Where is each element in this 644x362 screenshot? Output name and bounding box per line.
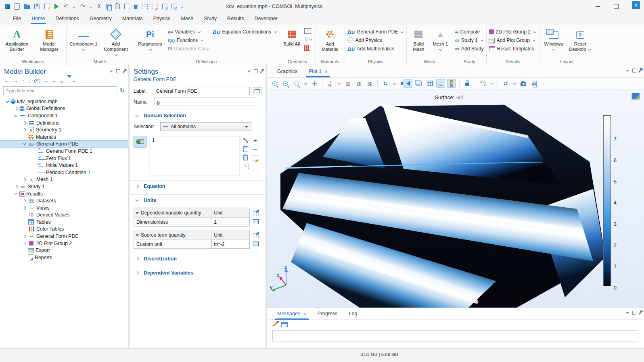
tab-messages[interactable]: Messages × [272,308,311,319]
delete-icon[interactable] [134,4,138,9]
help-button[interactable]: ? [632,1,640,9]
find-icon[interactable] [162,4,167,9]
add-mathematics-button[interactable]: Δu Add Mathematics [347,45,404,52]
add-material-button[interactable]: Add Material [318,27,342,52]
active-toggle-button[interactable] [134,136,146,148]
find-replace-icon[interactable] [171,4,176,9]
zoom-box-icon[interactable] [293,79,301,87]
tree-chevron[interactable] [21,207,28,209]
zoom-to-selection-icon[interactable] [243,164,249,169]
tree-chevron[interactable] [21,179,28,181]
copy-icon[interactable] [106,4,111,9]
reset-desktop-button[interactable]: ↻ Reset Desktop [569,27,592,52]
tree-item[interactable]: General Form PDE [0,141,128,148]
ribbon-tab[interactable]: Mesh [176,14,199,24]
tree-item[interactable]: Initial Values 1 [0,162,128,169]
new-file-icon[interactable] [15,3,20,10]
tree-filter-input[interactable] [3,86,117,95]
chevron-down-icon[interactable] [393,82,396,85]
partition-icon[interactable] [304,45,310,51]
messages-output[interactable] [272,330,638,341]
tab-log[interactable]: Log [344,308,362,319]
add-to-selection-icon[interactable]: + [252,137,258,143]
tree-item[interactable]: Export [0,247,128,254]
label-input[interactable] [154,87,250,95]
add-component-button[interactable]: Add Component [101,27,130,57]
panel-menu-icon[interactable] [626,70,629,72]
plot-thumbnail-icon[interactable] [631,93,640,100]
clear-messages-icon[interactable] [272,322,277,327]
tab-close-icon[interactable]: × [303,311,306,317]
tree-item[interactable]: Definitions [0,119,128,127]
section-domain-selection[interactable]: Domain Selection [130,110,266,121]
run-icon[interactable] [54,4,59,9]
add-physics-button[interactable]: Add Physics [347,37,404,44]
edit-table-icon[interactable] [253,211,259,216]
ribbon-tab[interactable]: Study [199,14,222,24]
message-table-icon[interactable] [281,322,288,327]
panel-pin-icon[interactable] [639,69,642,72]
copy-selection-icon[interactable] [243,146,248,152]
table-cell[interactable]: Dimensionless [134,219,211,225]
windows-button[interactable]: Windows [542,27,565,52]
equation-contributions-button[interactable]: Δu Equation Contributions [213,28,277,35]
tree-chevron[interactable] [13,108,19,110]
undo-icon[interactable]: ↶ [63,3,69,10]
tree-item[interactable]: Derived Values [0,212,128,219]
build-mesh-button[interactable]: Build Mesh [409,27,428,52]
name-input[interactable] [155,98,256,106]
panel-float-icon[interactable] [632,69,636,73]
tree-item[interactable]: Results [0,190,128,198]
tree-item[interactable]: General Form PDE [0,233,128,240]
view-xy-icon[interactable]: xy [344,79,352,87]
plot-group-button[interactable]: 2D Plot Group 2 [489,28,537,35]
rename-button[interactable] [253,87,261,95]
clear-selection-icon[interactable] [253,155,258,161]
tree-chevron[interactable] [21,144,28,145]
tree-item[interactable]: Component 1 [0,112,128,119]
cut-icon[interactable] [97,4,102,9]
qat-more-icon[interactable] [181,6,184,8]
add-study-button[interactable]: ∞ Add Study [455,45,483,52]
tree-item[interactable]: Zero Flux 1 [0,155,128,162]
move-up-icon[interactable]: ↑ [22,78,25,84]
tree-chevron[interactable] [13,115,19,117]
create-selection-icon[interactable] [243,137,249,143]
ribbon-tab[interactable]: Geometry [85,14,117,24]
ribbon-tab[interactable]: Results [222,14,249,24]
save-as-icon[interactable] [44,4,50,9]
compute-button[interactable]: = Compute [455,28,483,35]
show-axes-icon[interactable] [437,79,445,87]
chevron-down-icon[interactable] [52,80,56,83]
snapshot-icon[interactable] [519,79,527,87]
table-cell[interactable]: Custom unit [134,241,211,247]
panel-pin-icon[interactable] [260,69,263,73]
table-cell[interactable]: 1 [211,218,249,226]
tree-item[interactable]: Study 1 [0,183,128,190]
tree-chevron[interactable] [13,193,19,194]
section-dependent-variables[interactable]: Dependent Variables [130,267,266,279]
panel-pin-icon[interactable] [123,69,126,73]
redo-dropdown-icon[interactable] [90,6,92,8]
model-manager-button[interactable]: Model Manager [35,27,64,52]
select-unit-icon[interactable] [253,241,258,245]
select-unit-icon[interactable] [253,219,258,223]
mesh-1-button[interactable]: ▲ Mesh 1 [431,27,450,52]
tree-item[interactable]: Geometry 1 [0,126,128,133]
tree-item[interactable]: kdv_equation.mph [0,98,128,105]
variables-button[interactable]: a= Variables [168,28,209,35]
panel-menu-icon[interactable] [626,312,629,314]
application-builder-button[interactable]: A Application Builder [2,27,31,52]
view-yz-icon[interactable]: yz [355,79,363,87]
section-discretization[interactable]: Discretization [130,253,266,264]
environment-icon[interactable]: ↺ [502,79,510,87]
component-1-button[interactable]: Component 1 [69,27,98,57]
move-down-icon[interactable]: ↓ [28,78,31,84]
tree-item[interactable]: Views [0,204,128,212]
physics-interface-button[interactable]: Δu General Form PDE [347,28,404,35]
transparency-icon[interactable] [415,79,423,87]
rotate-view-icon[interactable]: ↻ [381,79,389,87]
chevron-down-icon[interactable] [491,82,494,85]
selection-dropdown[interactable]: All domains [160,122,251,131]
maximize-button[interactable] [607,0,625,13]
